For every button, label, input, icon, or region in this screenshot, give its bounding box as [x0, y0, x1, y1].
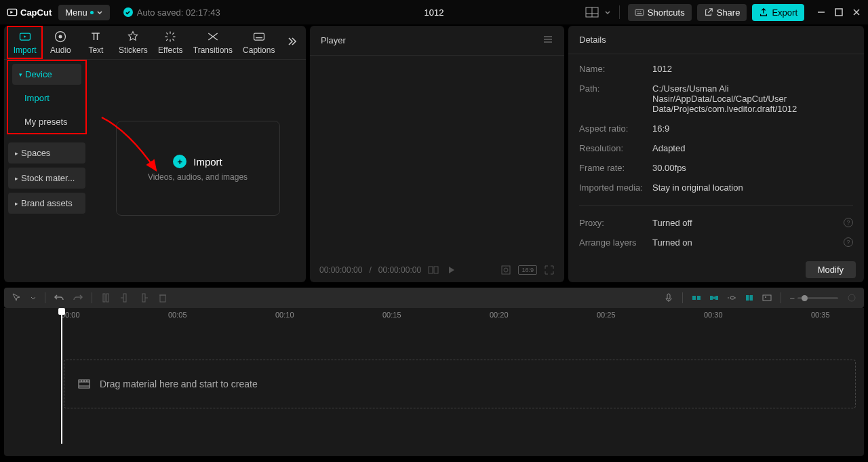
modify-button[interactable]: Modify [806, 261, 856, 278]
scale-icon[interactable] [500, 265, 511, 275]
timeline-dropzone[interactable]: Drag material here and start to create [64, 360, 856, 408]
captions-icon [252, 30, 266, 43]
sidebar-item-device[interactable]: ▾ Device [12, 64, 81, 85]
app-logo: CapCut [7, 7, 52, 18]
player-menu-icon[interactable] [542, 35, 553, 46]
zoom-slider[interactable]: − [789, 293, 838, 303]
menu-dot-icon [90, 11, 94, 14]
timeline-toolbar: − [4, 288, 864, 308]
sidebar-item-stock[interactable]: ▸ Stock mater... [8, 168, 85, 189]
info-icon[interactable]: ? [844, 237, 853, 247]
thumb-icon[interactable] [762, 292, 772, 303]
share-icon [704, 7, 713, 17]
svg-point-6 [638, 11, 639, 12]
stickers-icon [126, 30, 140, 43]
svg-rect-36 [715, 296, 718, 300]
player-viewport[interactable] [310, 56, 564, 258]
sidebar-item-presets[interactable]: My presets [12, 111, 81, 132]
tab-stickers[interactable]: Stickers [113, 27, 153, 58]
undo-icon[interactable] [54, 292, 64, 303]
chevrons-right-icon [285, 35, 298, 47]
capcut-logo-icon [7, 7, 18, 18]
tab-audio[interactable]: Audio [43, 27, 78, 58]
detail-proxy-value: Turned off [652, 218, 844, 228]
share-button[interactable]: Share [697, 4, 747, 21]
maximize-icon[interactable] [834, 7, 844, 17]
detail-aspect-value: 16:9 [652, 123, 853, 134]
layout-icon[interactable] [585, 7, 599, 18]
caret-right-icon: ▸ [15, 175, 18, 182]
tick-label: 00:30 [704, 311, 723, 319]
svg-point-40 [765, 296, 766, 298]
preview-icon[interactable] [744, 292, 755, 303]
detail-name-value: 1012 [652, 64, 853, 74]
delete-icon[interactable] [157, 292, 168, 303]
svg-rect-27 [142, 294, 145, 302]
snap-icon[interactable] [691, 292, 702, 303]
keyboard-icon [635, 7, 644, 17]
time-total: 00:00:00:00 [378, 265, 421, 275]
import-icon [18, 30, 32, 43]
tab-effects[interactable]: Effects [153, 27, 188, 58]
sidebar-item-import[interactable]: Import [12, 88, 81, 109]
titlebar: CapCut Menu Auto saved: 02:17:43 1012 Sh… [0, 0, 868, 24]
svg-point-7 [640, 11, 641, 12]
redo-icon[interactable] [73, 292, 83, 303]
svg-rect-23 [103, 294, 105, 302]
tab-text[interactable]: Text [78, 27, 113, 58]
svg-rect-21 [502, 266, 510, 274]
detail-resolution-label: Resolution: [579, 143, 652, 153]
check-icon [123, 7, 133, 17]
tabs-more[interactable] [280, 35, 303, 50]
info-icon[interactable]: ? [844, 218, 853, 227]
sidebar-item-brand[interactable]: ▸ Brand assets [8, 193, 85, 214]
chevron-down-icon[interactable] [30, 294, 37, 301]
timeline[interactable]: 00:00 00:05 00:10 00:15 00:20 00:25 00:3… [4, 308, 864, 456]
svg-rect-4 [635, 10, 644, 16]
svg-rect-10 [835, 9, 842, 16]
transitions-icon [206, 30, 220, 43]
zoom-fit-icon[interactable] [846, 292, 857, 303]
export-button[interactable]: Export [752, 4, 804, 21]
shortcuts-button[interactable]: Shortcuts [628, 4, 692, 21]
minimize-icon[interactable] [816, 7, 826, 17]
svg-rect-31 [667, 294, 670, 299]
detail-proxy-label: Proxy: [579, 218, 652, 228]
detail-imported-value: Stay in original location [652, 182, 853, 193]
menu-button[interactable]: Menu [58, 5, 110, 20]
svg-rect-29 [160, 295, 165, 302]
magnet-icon[interactable] [709, 292, 719, 303]
detail-framerate-label: Frame rate: [579, 163, 652, 173]
link-icon[interactable] [726, 292, 737, 303]
split-icon[interactable] [100, 292, 111, 303]
svg-rect-39 [763, 295, 771, 301]
play-icon[interactable] [446, 265, 456, 275]
text-icon [89, 30, 102, 43]
import-area: + Import Videos, audios, and images [90, 60, 306, 282]
cut-left-icon[interactable] [119, 292, 130, 303]
tab-import[interactable]: Import [7, 26, 43, 59]
ratio-badge[interactable]: 16:9 [518, 265, 537, 275]
tick-label: 00:15 [382, 311, 401, 319]
close-icon[interactable] [852, 7, 861, 17]
chevron-down-icon[interactable] [604, 9, 611, 16]
tab-captions[interactable]: Captions [237, 27, 280, 58]
player-panel: Player 00:00:00:00 / 00:00:00:00 16:9 [310, 26, 564, 282]
media-panel: Import Audio Text Stickers Effects Trans… [4, 26, 306, 282]
svg-rect-24 [106, 294, 108, 302]
compare-icon[interactable] [428, 265, 439, 275]
caret-right-icon: ▸ [15, 200, 18, 207]
pointer-icon[interactable] [11, 292, 22, 303]
sidebar-item-spaces[interactable]: ▸ Spaces [8, 142, 85, 163]
detail-layers-value: Turned on [652, 237, 844, 248]
import-sidebar: ▾ Device Import My presets [7, 60, 87, 134]
playhead[interactable] [61, 308, 62, 444]
detail-name-label: Name: [579, 64, 652, 74]
tab-transitions[interactable]: Transitions [188, 27, 237, 58]
effects-icon [163, 30, 177, 43]
mic-icon[interactable] [663, 292, 674, 303]
timeline-ruler[interactable]: 00:00 00:05 00:10 00:15 00:20 00:25 00:3… [57, 308, 864, 324]
fullscreen-icon[interactable] [544, 265, 555, 275]
svg-rect-32 [692, 296, 696, 300]
cut-right-icon[interactable] [138, 292, 149, 303]
